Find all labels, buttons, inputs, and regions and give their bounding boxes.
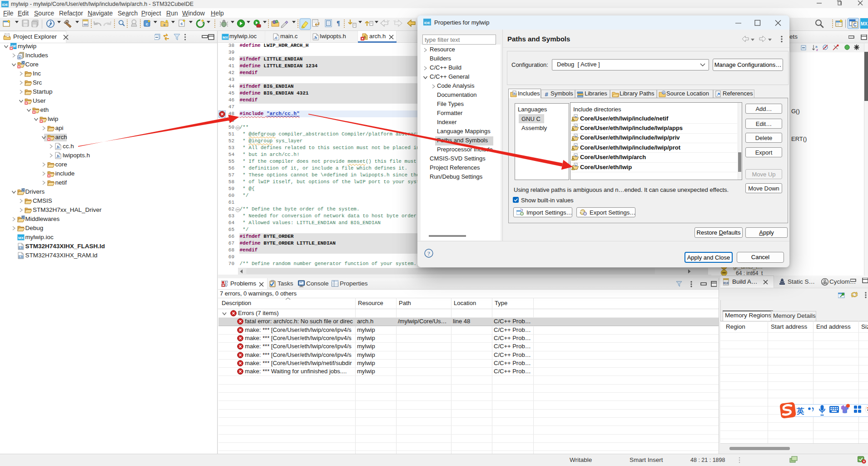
svg-text:#: # [545, 91, 548, 98]
svg-text:MX: MX [861, 21, 868, 26]
svg-text:.c: .c [274, 35, 278, 40]
svg-text:MX: MX [223, 35, 228, 40]
svg-text:c: c [180, 21, 183, 26]
svg-text:C: C [662, 91, 665, 95]
svg-text:010: 010 [84, 23, 88, 26]
svg-text:¶: ¶ [337, 20, 340, 27]
svg-text:MX: MX [18, 236, 24, 240]
svg-text:.h: .h [313, 35, 317, 40]
svg-text:h: h [513, 92, 515, 95]
svg-text:LD: LD [19, 246, 22, 249]
svg-text:LD: LD [19, 256, 22, 258]
svg-text:h: h [18, 55, 20, 60]
svg-text:010: 010 [723, 282, 729, 285]
svg-text:C: C [853, 22, 856, 27]
svg-text:.h: .h [56, 154, 60, 159]
svg-text:C: C [22, 61, 24, 64]
svg-text:?: ? [427, 250, 430, 257]
svg-text:c: c [146, 22, 148, 26]
svg-text:C: C [22, 188, 24, 191]
svg-text:z: z [816, 48, 818, 52]
svg-text:英: 英 [796, 407, 804, 416]
svg-text:IDE: IDE [2, 3, 8, 7]
svg-text:c: c [164, 23, 166, 27]
svg-text:C: C [22, 215, 24, 219]
svg-text:.h: .h [56, 145, 60, 150]
svg-text:IDE: IDE [424, 21, 431, 25]
